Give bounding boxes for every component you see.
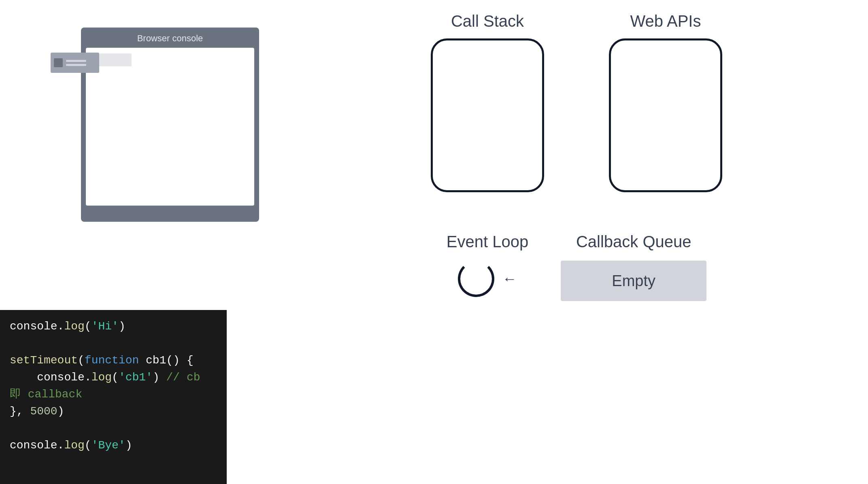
code-function-kw: function [85,354,139,367]
code-line-3: console.log('cb1') // cb 即 callback [10,369,217,403]
top-panels: Call Stack Web APIs [326,12,828,192]
event-loop-visual: ← [458,261,517,297]
right-section: Call Stack Web APIs Event Loop ← Callbac… [301,0,868,484]
code-number-5000: 5000 [30,405,57,418]
overlay-lines [66,60,86,66]
code-console-3: console. [10,439,64,452]
code-paren-1: ( [85,320,91,333]
code-paren-close-3: ) [153,371,160,384]
browser-console-body [86,48,254,206]
overlay-line-1 [66,60,86,62]
overlay-widget [51,53,99,73]
code-close-brace: }, [10,405,30,418]
call-stack-title: Call Stack [451,12,524,30]
code-log-2: log [91,371,112,384]
call-stack-column: Call Stack [431,12,544,192]
code-console-1: console. [10,320,64,333]
callback-queue-section: Callback Queue Empty [561,233,706,301]
code-panel: console.log('Hi') setTimeout(function cb… [0,310,227,484]
code-paren-close-1: ) [119,320,126,333]
code-string-hi: 'Hi' [91,320,119,333]
overlay-line-2 [66,64,86,66]
web-apis-column: Web APIs [609,12,722,192]
code-paren-3: ( [112,371,119,384]
overlay-dot [54,58,63,67]
code-paren-close-4: ) [57,405,64,418]
event-loop-circle [458,261,494,297]
code-string-bye: 'Bye' [91,439,126,452]
code-paren-5: ( [85,439,91,452]
bottom-panels: Event Loop ← Callback Queue Empty [326,233,828,301]
event-loop-title: Event Loop [447,233,528,251]
code-log-1: log [64,320,84,333]
code-indent: console. [10,371,91,384]
callback-queue-empty-box: Empty [561,261,706,301]
arrow-left-symbol: ← [502,270,517,287]
code-cb1-def: cb1() { [139,354,193,367]
event-loop-section: Event Loop ← [447,233,528,297]
code-paren-2: ( [78,354,85,367]
code-line-blank-2 [10,420,217,437]
code-line-2: setTimeout(function cb1() { [10,352,217,369]
code-line-blank [10,335,217,352]
web-apis-box [609,38,722,192]
web-apis-title: Web APIs [630,12,701,30]
browser-console-title: Browser console [81,28,259,48]
code-paren-close-5: ) [126,439,132,452]
empty-label: Empty [612,272,655,290]
code-log-3: log [64,439,84,452]
callback-queue-title: Callback Queue [576,233,691,251]
call-stack-box [431,38,544,192]
code-string-cb1: 'cb1' [119,371,153,384]
console-tab[interactable] [99,53,132,66]
code-line-1: console.log('Hi') [10,318,217,335]
code-settimeout: setTimeout [10,354,78,367]
code-line-6: console.log('Bye') [10,437,217,454]
code-line-4: }, 5000) [10,403,217,420]
